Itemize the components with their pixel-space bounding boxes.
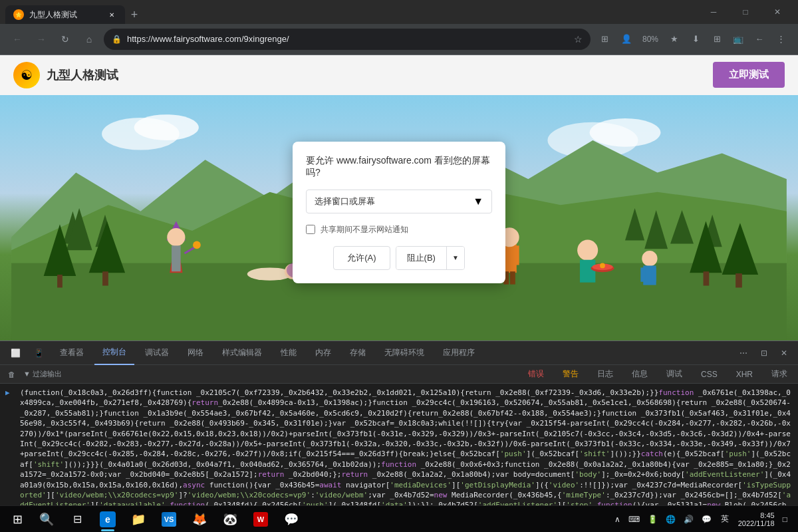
taskbar-battery-icon[interactable]: 🔋	[645, 515, 660, 524]
favorites-button[interactable]: ★	[665, 30, 684, 49]
url-text: https://www.fairysoftware.com/9xingrenge…	[127, 34, 569, 44]
taskbar-app-taskview[interactable]: ⊟	[63, 506, 92, 533]
minimize-button[interactable]: ─	[698, 0, 729, 24]
close-button[interactable]: ✕	[762, 0, 793, 24]
taskbar-network-icon[interactable]: 🌐	[663, 515, 678, 524]
hero-scene: 要允许 www.fairysoftware.com 看到您的屏幕吗? 选择窗口或…	[0, 95, 798, 340]
popup-select-text: 选择窗口或屏幕	[315, 196, 375, 207]
css-filter[interactable]: CSS	[696, 365, 723, 384]
start-test-button[interactable]: 立即测试	[713, 62, 785, 88]
taskbar-message-icon[interactable]: 💬	[699, 515, 714, 524]
devtools-tab-console[interactable]: 控制台	[94, 341, 134, 365]
svg-rect-42	[510, 271, 515, 284]
taskbar-app-vscode[interactable]: VS	[154, 506, 184, 533]
log-filter[interactable]: 日志	[592, 365, 618, 384]
devtools-tab-network[interactable]: 网络	[180, 341, 211, 365]
active-tab[interactable]: 🌟 九型人格测试 ✕	[5, 5, 125, 24]
svg-rect-44	[580, 260, 595, 283]
taskbar-language[interactable]: 英	[717, 513, 733, 525]
back-nav[interactable]: ←	[750, 30, 769, 49]
devtools-inspect-icon[interactable]: ⬜	[5, 344, 26, 362]
windows-taskbar: ⊞ 🔍 ⊟ e 📁 VS 🦊 🐼	[0, 505, 798, 532]
forward-button[interactable]: →	[32, 30, 51, 49]
popup-checkbox-label: 共享期间不显示网站通知	[321, 224, 408, 235]
extensions-button[interactable]: ⊞	[596, 30, 614, 49]
profile-button[interactable]: 👤	[617, 30, 636, 49]
block-dropdown-arrow[interactable]: ▼	[446, 247, 464, 269]
devtools-right-controls: ⋯ ⊡ ✕	[734, 344, 793, 362]
taskbar-app-wps[interactable]: W	[246, 506, 275, 533]
devtools-dock-button[interactable]: ⊡	[755, 344, 773, 362]
devtools-close-button[interactable]: ✕	[775, 344, 793, 362]
taskbar-keyboard-icon[interactable]: ⌨	[626, 515, 642, 524]
taskbar-notification-button[interactable]: □	[780, 515, 790, 524]
block-button-group: 阻止(B) ▼	[396, 246, 465, 270]
debug-filter[interactable]: 调试	[661, 365, 688, 384]
svg-rect-51	[652, 267, 656, 281]
devtools-tab-storage[interactable]: 存储	[342, 341, 374, 365]
download-button[interactable]: ⬇	[686, 30, 705, 49]
address-input[interactable]: 🔒 https://www.fairysoftware.com/9xingren…	[104, 29, 591, 50]
history-button[interactable]: ⊞	[708, 30, 726, 49]
popup-checkbox[interactable]	[306, 225, 315, 234]
svg-rect-19	[704, 271, 710, 285]
back-button[interactable]: ←	[8, 30, 27, 49]
devtools-tab-performance[interactable]: 性能	[273, 341, 305, 365]
error-filter[interactable]: 错误	[523, 365, 549, 384]
reload-button[interactable]: ↻	[56, 30, 74, 49]
xhr-filter[interactable]: XHR	[731, 365, 758, 384]
screenshare-button[interactable]: 📺	[729, 30, 747, 49]
bookmark-icon[interactable]: ☆	[574, 34, 583, 45]
taskbar-app-search[interactable]: 🔍	[32, 506, 61, 533]
block-button[interactable]: 阻止(B)	[396, 247, 446, 269]
popup-select[interactable]: 选择窗口或屏幕 ▼	[306, 190, 492, 213]
request-filter[interactable]: 请求	[766, 365, 793, 384]
new-tab-button[interactable]: +	[125, 5, 144, 24]
devtools-tab-style[interactable]: 样式编辑器	[214, 341, 270, 365]
devtools-device-icon[interactable]: 📱	[29, 344, 49, 362]
tab-bar: 🌟 九型人格测试 ✕ +	[5, 0, 693, 24]
taskbar-app-firefox[interactable]: 🦊	[185, 506, 214, 533]
allow-button[interactable]: 允许(A)	[333, 246, 390, 270]
devtools-panel: ⬜ 📱 查看器 控制台 调试器 网络 样式编辑器 性能 内存 存储 无障碍环境 …	[0, 340, 798, 505]
site-logo: ☯ 九型人格测试	[13, 62, 118, 88]
taskbar-volume-icon[interactable]: 🔊	[681, 515, 696, 524]
warning-filter[interactable]: 警告	[557, 365, 584, 384]
console-clear-button[interactable]: 🗑	[5, 370, 18, 378]
taskbar-app-panda[interactable]: 🐼	[215, 506, 245, 533]
toolbar-right: ⊞ 👤 80% ★ ⬇ ⊞ 📺 ← ⋮	[596, 30, 790, 49]
devtools-tab-inspector[interactable]: 查看器	[52, 341, 92, 365]
svg-rect-40	[514, 245, 519, 265]
devtools-tab-application[interactable]: 应用程序	[435, 341, 483, 365]
info-filter[interactable]: 信息	[626, 365, 653, 384]
taskbar-app-wechat[interactable]: 💬	[277, 506, 306, 533]
taskbar-date-display: 2022/11/18	[738, 519, 775, 527]
taskbar-datetime: 8:45 2022/11/18	[735, 511, 777, 527]
svg-rect-21	[735, 273, 742, 287]
site-header: ☯ 九型人格测试 立即测试	[0, 55, 798, 95]
start-button[interactable]: ⊞	[3, 506, 32, 533]
title-bar: 🌟 九型人格测试 ✕ + ─ □ ✕	[0, 0, 798, 24]
svg-point-3	[590, 118, 661, 147]
site-title: 九型人格测试	[47, 67, 118, 83]
taskbar-app-explorer[interactable]: 📁	[124, 506, 153, 533]
devtools-tab-memory[interactable]: 内存	[307, 341, 339, 365]
taskbar-app-edge[interactable]: e	[93, 506, 122, 533]
browser-window: 🌟 九型人格测试 ✕ + ─ □ ✕ ← → ↻ ⌂ 🔒 https://www…	[0, 0, 798, 532]
console-code-1: (function(_0x18c0a3,_0x26d3ff){function …	[20, 388, 793, 505]
taskbar-arrow-up[interactable]: ∧	[612, 515, 623, 524]
console-output: ▶ (function(_0x18c0a3,_0x26d3ff){functio…	[0, 384, 798, 505]
devtools-tab-debugger[interactable]: 调试器	[137, 341, 177, 365]
devtools-toolbar: ⬜ 📱 查看器 控制台 调试器 网络 样式编辑器 性能 内存 存储 无障碍环境 …	[0, 341, 798, 365]
address-bar: ← → ↻ ⌂ 🔒 https://www.fairysoftware.com/…	[0, 24, 798, 55]
svg-rect-50	[640, 267, 645, 281]
settings-button[interactable]: ⋮	[771, 30, 790, 49]
maximize-button[interactable]: □	[730, 0, 761, 24]
logo-icon: ☯	[13, 62, 40, 88]
devtools-tab-accessibility[interactable]: 无障碍环境	[376, 341, 432, 365]
svg-rect-15	[57, 275, 63, 287]
tab-close-button[interactable]: ✕	[106, 9, 117, 20]
devtools-more-button[interactable]: ⋯	[734, 344, 753, 362]
home-button[interactable]: ⌂	[80, 30, 98, 49]
popup-buttons: 允许(A) 阻止(B) ▼	[306, 246, 492, 270]
